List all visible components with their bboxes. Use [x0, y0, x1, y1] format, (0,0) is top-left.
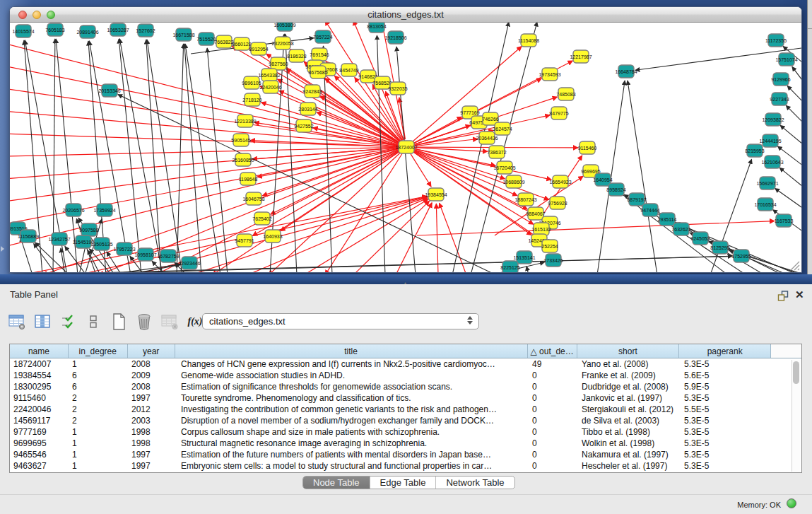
column-header-in_degree[interactable]: in_degree: [69, 344, 128, 358]
graph-node[interactable]: 7857224: [313, 30, 332, 43]
graph-node[interactable]: 18807243: [514, 193, 536, 206]
column-header-year[interactable]: year: [128, 344, 175, 358]
graph-edge[interactable]: [286, 34, 297, 272]
graph-node[interactable]: 7632621: [671, 223, 690, 235]
graph-node[interactable]: 12093822: [762, 113, 784, 126]
graph-node[interactable]: 1167533: [775, 214, 794, 227]
select-rows-icon[interactable]: [58, 312, 78, 332]
graph-edge[interactable]: [628, 81, 657, 272]
graph-node[interactable]: 1752955: [731, 250, 751, 262]
graph-node[interactable]: 3675685: [308, 66, 327, 78]
table-row[interactable]: 946554611997Estimation of the future num…: [10, 449, 801, 460]
graph-edge[interactable]: [10, 43, 399, 145]
graph-edge[interactable]: [780, 125, 801, 147]
panel-collapse-arrow-icon[interactable]: [1, 246, 4, 252]
graph-node[interactable]: 16046758: [242, 192, 264, 205]
table-row[interactable]: 1830029562008Estimation of significance …: [10, 381, 801, 392]
graph-edge[interactable]: [777, 146, 801, 168]
column-header-out_de…[interactable]: △ out_de…: [528, 344, 577, 358]
graph-edge[interactable]: [787, 86, 801, 105]
graph-node[interactable]: 16671588: [172, 28, 194, 41]
graph-node[interactable]: 18724007: [395, 141, 417, 153]
graph-node[interactable]: 10653287: [107, 23, 129, 36]
graph-edge[interactable]: [185, 44, 220, 272]
graph-node[interactable]: 1198648: [239, 173, 258, 185]
graph-edge[interactable]: [792, 66, 801, 86]
graph-edge[interactable]: [78, 197, 427, 272]
graph-node[interactable]: 7663822: [214, 35, 233, 48]
graph-node[interactable]: 22420046: [259, 81, 281, 93]
graph-node[interactable]: 7386372: [487, 146, 506, 158]
graph-node[interactable]: 9115460: [578, 141, 597, 154]
graph-node[interactable]: 9896105: [242, 76, 261, 89]
graph-node[interactable]: 8186328: [287, 49, 306, 62]
graph-node[interactable]: 8215953: [745, 144, 764, 157]
graph-node[interactable]: 12923446: [178, 257, 200, 269]
graph-node[interactable]: 16210643: [761, 156, 783, 168]
graph-node[interactable]: 2803144: [298, 103, 317, 115]
graph-node[interactable]: 16648784: [615, 65, 637, 78]
table-row[interactable]: 2242004622012Investigating the contribut…: [10, 404, 801, 415]
table-settings-icon[interactable]: [7, 312, 27, 332]
graph-node[interactable]: 16654923: [549, 175, 571, 188]
tab-edge-table[interactable]: Edge Table: [370, 477, 437, 489]
graph-node[interactable]: 14015574: [12, 25, 34, 37]
graph-node[interactable]: 19734593: [539, 68, 560, 81]
graph-edge[interactable]: [396, 47, 416, 272]
graph-node[interactable]: 12342757: [48, 233, 70, 245]
graph-node[interactable]: 7515520: [196, 33, 216, 45]
graph-node[interactable]: 9457791: [235, 234, 254, 247]
graph-node[interactable]: 12444195: [759, 134, 781, 147]
graph-edge[interactable]: [10, 111, 399, 146]
graph-node[interactable]: 23226058: [271, 37, 293, 49]
graph-node[interactable]: 17359924: [93, 204, 115, 216]
graph-edge[interactable]: [440, 203, 466, 272]
delete-rows-trash-icon[interactable]: [134, 312, 154, 332]
column-header-pagerank[interactable]: pagerank: [679, 344, 771, 358]
graph-node[interactable]: 16053809: [273, 23, 295, 31]
graph-node[interactable]: 8225125: [500, 261, 519, 272]
graph-node[interactable]: 8125295: [710, 241, 729, 254]
graph-node[interactable]: 19218506: [384, 31, 406, 44]
graph-node[interactable]: 20206576: [62, 204, 84, 216]
column-header-name[interactable]: name: [10, 344, 69, 358]
table-chooser-combobox[interactable]: citations_edges.txt: [202, 313, 479, 329]
graph-edge[interactable]: [417, 221, 775, 235]
graph-edge[interactable]: [779, 168, 801, 189]
graph-node[interactable]: 16720405: [493, 161, 515, 174]
table-row[interactable]: 1938455462009Genome-wide association stu…: [10, 370, 801, 381]
close-panel-icon[interactable]: ✕: [795, 288, 804, 301]
tab-node-table[interactable]: Node Table: [303, 477, 370, 489]
graph-node[interactable]: 9245052: [690, 232, 710, 245]
graph-node[interactable]: 9322035: [388, 82, 407, 95]
graph-edge[interactable]: [526, 267, 529, 272]
graph-node[interactable]: 9242843: [302, 85, 322, 98]
graph-node[interactable]: 8958924: [606, 183, 625, 196]
graph-node[interactable]: 8813054: [367, 23, 386, 33]
network-canvas[interactable]: 1872400776638228660128891295423226058982…: [10, 23, 801, 272]
graph-node[interactable]: 10958107: [134, 248, 156, 261]
window-resize-grip[interactable]: [789, 259, 800, 271]
graph-node[interactable]: 20891406: [76, 25, 98, 38]
float-panel-icon[interactable]: [777, 291, 789, 302]
network-view-window[interactable]: citations_edges.txt 18724007766382286601…: [9, 6, 802, 273]
graph-node[interactable]: 17957223: [113, 243, 135, 255]
graph-node[interactable]: 15751074: [775, 53, 797, 66]
graph-node[interactable]: 9227343: [770, 93, 789, 105]
graph-node[interactable]: 1733426: [543, 254, 563, 267]
graph-node[interactable]: 2718120: [242, 93, 261, 106]
graph-node[interactable]: 5905145: [231, 134, 250, 146]
graph-node[interactable]: 15692971: [756, 177, 778, 189]
graph-node[interactable]: 1640933: [263, 230, 282, 243]
new-file-icon[interactable]: [109, 312, 129, 332]
graph-edge[interactable]: [786, 105, 801, 126]
graph-node[interactable]: 8454749: [339, 64, 358, 76]
memory-ok-indicator[interactable]: [787, 498, 796, 508]
node-attribute-table[interactable]: namein_degreeyeartitle△ out_de…shortpage…: [9, 344, 802, 473]
graph-edge[interactable]: [10, 147, 399, 156]
graph-node[interactable]: 11156889: [18, 230, 39, 243]
scrollbar-thumb[interactable]: [793, 361, 799, 384]
graph-node[interactable]: 16782759: [157, 250, 179, 262]
graph-edge[interactable]: [119, 39, 141, 272]
graph-node[interactable]: 1527602: [136, 24, 155, 37]
